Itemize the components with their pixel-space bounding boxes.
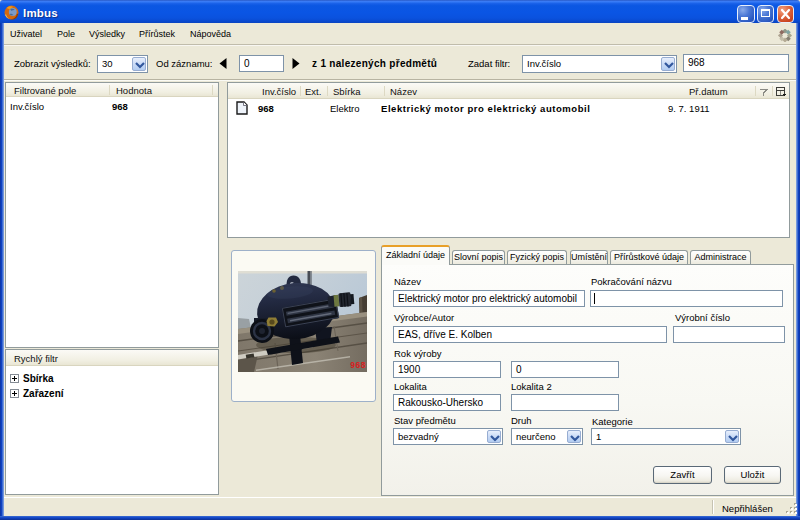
svg-text:968: 968: [350, 360, 366, 370]
